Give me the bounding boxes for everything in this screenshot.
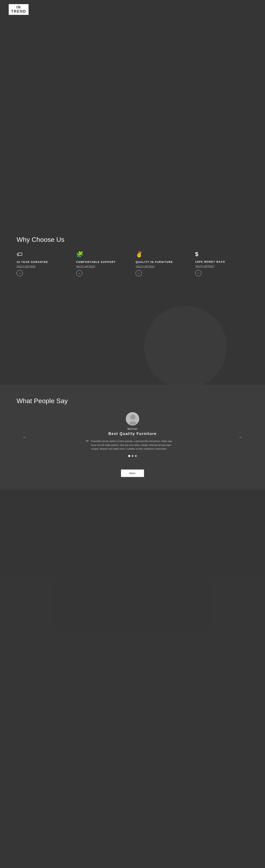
logo[interactable]: IN TREND [8, 4, 29, 15]
nav-services[interactable]: Services [197, 8, 208, 11]
why-title-2: QUALITY IN FURNITURE [136, 260, 189, 264]
dot-2[interactable] [135, 455, 137, 457]
testimonial-person-name: Michoel [86, 428, 179, 430]
testimonial-section: What People Say ← → Michoel Best Quality… [0, 385, 265, 490]
dot-1[interactable] [131, 455, 134, 457]
puzzle-icon: 🧩 [76, 251, 130, 258]
nav-home[interactable]: Home [170, 8, 178, 11]
why-sub-1: TACITI APTENT [76, 265, 130, 268]
testimonial-quote-title: Best Quality Furniture [86, 432, 179, 436]
nav-about[interactable]: About [184, 8, 191, 11]
testimonial-next[interactable]: → [238, 435, 242, 439]
nav-pages[interactable]: Pages [214, 8, 222, 11]
peace-icon: ✌ [136, 251, 189, 258]
testimonial-more-btn[interactable]: More [121, 469, 144, 477]
testimonial-title: What People Say [17, 397, 248, 405]
testimonial-dots [86, 455, 179, 457]
svg-rect-18 [0, 0, 265, 629]
dollar-icon: $ [195, 251, 249, 257]
why-sub-0: TACITI APTENT [17, 265, 70, 268]
why-arrow-0[interactable]: → [17, 270, 23, 276]
why-arrow-3[interactable]: → [195, 270, 202, 276]
why-section: Why Choose Us 🏷 10 YEAR GURANTEE TACITI … [0, 223, 265, 289]
svg-point-37 [130, 415, 135, 420]
why-title-1: COMFORTABLE SUPPORT [76, 260, 130, 264]
nav-links: Home About Services Pages ▾ Projects Con… [170, 7, 257, 11]
tag-icon: 🏷 [17, 251, 70, 258]
why-grid: 🏷 10 YEAR GURANTEE TACITI APTENT → 🧩 COM… [17, 251, 248, 276]
navigation: IN TREND Home About Services Pages ▾ Pro… [0, 0, 265, 19]
dot-0[interactable] [128, 455, 130, 457]
why-sub-3: TACITI APTENT [195, 265, 249, 268]
why-card-0: 🏷 10 YEAR GURANTEE TACITI APTENT → [17, 251, 70, 276]
brand-line2: TREND [11, 9, 26, 13]
why-arrow-2[interactable]: → [136, 270, 142, 276]
why-card-3: $ 100% MONEY BACK TACITI APTENT → [195, 251, 249, 276]
testimonial-prev[interactable]: ← [23, 435, 26, 439]
nav-contact[interactable]: Contact [247, 8, 257, 11]
quote-mark-icon: " [86, 439, 88, 447]
brand-line1: IN [16, 5, 21, 9]
why-arrow-1[interactable]: → [76, 270, 82, 276]
why-card-2: ✌ QUALITY IN FURNITURE TACITI APTENT → [136, 251, 189, 276]
why-title-0: 10 YEAR GURANTEE [17, 260, 70, 264]
testimonial-text: Praesellus iaculis sapien in tellus grav… [91, 439, 174, 451]
why-card-1: 🧩 COMFORTABLE SUPPORT TACITI APTENT → [76, 251, 130, 276]
why-title-3: 100% MONEY BACK [195, 260, 249, 263]
why-title: Why Choose Us [17, 236, 248, 244]
nav-projects[interactable]: Projects [231, 8, 241, 11]
testimonial-avatar [126, 412, 139, 426]
chevron-down-icon: ▾ [223, 7, 224, 11]
svg-point-19 [144, 306, 227, 389]
why-sub-2: TACITI APTENT [136, 265, 189, 268]
